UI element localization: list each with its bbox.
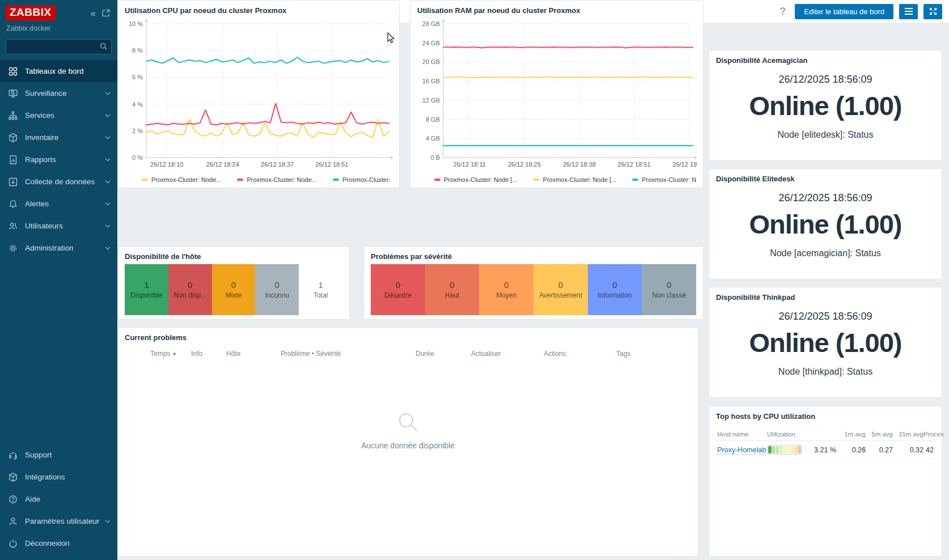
- widget-title: Utilisation RAM par noeud du cluster Pro…: [417, 6, 696, 15]
- processes-value: 42: [923, 446, 934, 454]
- widget-title: Problèmes par sévérité: [371, 252, 696, 261]
- chevron-down-icon: [105, 180, 111, 184]
- zabbix-logo[interactable]: ZABBIX: [6, 6, 56, 20]
- search-input[interactable]: [6, 39, 112, 54]
- monitoring-icon: [8, 88, 18, 99]
- svg-text:8 %: 8 %: [132, 47, 143, 54]
- svg-text:4 %: 4 %: [132, 101, 143, 108]
- status-item-name: Node [elitedesk]: Status: [716, 130, 935, 140]
- severity-cell-information: 0Information: [588, 264, 642, 315]
- user-icon: [8, 516, 18, 527]
- column-problem-severity: Problème • Sévérité: [281, 350, 416, 358]
- legend-item[interactable]: Proxmox-Cluster: Node [...: [434, 176, 518, 183]
- widget-cpu-chart: Utilisation CPU par noeud du cluster Pro…: [117, 0, 400, 188]
- status-timestamp: 26/12/2025 18:56:09: [716, 311, 935, 323]
- chevron-down-icon: [105, 92, 111, 95]
- host-link[interactable]: Proxy-Homelab: [717, 446, 766, 455]
- problems-table-header: Temps▼ Info Hôte Problème • Sévérité Dur…: [125, 350, 691, 358]
- reports-icon: [8, 155, 18, 165]
- sidebar-item-user-settings[interactable]: Paramètres utilisateur: [0, 510, 117, 532]
- svg-text:8 GB: 8 GB: [426, 116, 440, 123]
- sidebar-item-data-collection[interactable]: Collecte de données: [0, 171, 117, 193]
- utilization-bar: [767, 445, 802, 455]
- svg-text:16 GB: 16 GB: [422, 78, 440, 84]
- svg-text:24 GB: 24 GB: [422, 40, 440, 46]
- widget-title: Current problems: [125, 333, 691, 342]
- main-menu: Tableaux de bord Surveillance Services I…: [0, 60, 117, 259]
- power-icon: [8, 538, 18, 549]
- severity-cell-warning: 0Avertissement: [533, 264, 588, 315]
- column-5m-avg: 5m avg: [866, 431, 893, 438]
- widget-title: Disponibilité Acemagician: [716, 56, 935, 65]
- chevron-down-icon: [105, 114, 111, 117]
- dashboard-icon: [8, 66, 18, 77]
- column-actions: Actions: [544, 350, 616, 358]
- legend-item[interactable]: Proxmox-Cluster: Node...: [142, 176, 221, 183]
- svg-text:26/12 18:37: 26/12 18:37: [261, 161, 294, 168]
- svg-text:26/12 18:25: 26/12 18:25: [508, 161, 541, 168]
- bell-icon: [8, 199, 18, 209]
- widget-availability-elitedesk: Disponibilité Elitedesk 26/12/2025 18:56…: [709, 168, 942, 279]
- legend-item[interactable]: Proxmox-Cluster: Node...: [333, 176, 392, 183]
- fullscreen-icon: [929, 7, 938, 16]
- column-duration: Durée: [416, 350, 471, 358]
- widget-availability-acemagician: Disponibilité Acemagician 26/12/2025 18:…: [709, 50, 942, 161]
- ram-line-chart[interactable]: 28 GB24 GB20 GB16 GB12 GB8 GB4 GB0 B26/1…: [417, 18, 697, 170]
- status-value: Online (1.00): [716, 209, 935, 240]
- sidebar-item-dashboards[interactable]: Tableaux de bord: [0, 60, 117, 82]
- empty-state: Aucune donnée disponible: [125, 411, 691, 450]
- chevron-down-icon: [105, 158, 111, 162]
- cpu-line-chart[interactable]: 10 %8 %6 %4 %2 %0 %26/12 18:1026/12 18:2…: [125, 18, 393, 170]
- svg-text:0 %: 0 %: [132, 154, 143, 161]
- sidebar-item-sign-out[interactable]: Déconnexion: [0, 532, 117, 554]
- column-time[interactable]: Temps▼: [150, 350, 191, 358]
- severity-cell-disaster: 0Désastre: [371, 264, 425, 315]
- severity-cell-not-classified: 0Non classé: [642, 264, 696, 315]
- svg-text:26/12 18:24: 26/12 18:24: [206, 161, 239, 168]
- sidebar-item-users[interactable]: Utilisateurs: [0, 215, 117, 237]
- widget-current-problems: Current problems Temps▼ Info Hôte Problè…: [117, 327, 698, 557]
- sidebar-item-alerts[interactable]: Alertes: [0, 193, 117, 215]
- status-timestamp: 26/12/2025 18:56:09: [716, 74, 935, 86]
- chevron-down-icon: [105, 520, 111, 523]
- help-icon[interactable]: ?: [776, 6, 789, 18]
- column-15m-avg: 15m avg: [893, 431, 923, 438]
- sidebar-item-reports[interactable]: Rapports: [0, 149, 117, 171]
- widget-title: Utilisation CPU par noeud du cluster Pro…: [125, 6, 392, 15]
- column-host: Hôte: [226, 350, 281, 358]
- legend-item[interactable]: Proxmox-Cluster: Node [...: [533, 176, 617, 183]
- legend-item[interactable]: Proxmox-Cluster: Node...: [237, 176, 316, 183]
- svg-text:2 %: 2 %: [132, 128, 143, 134]
- sidebar-item-inventory[interactable]: Inventaire: [0, 126, 117, 149]
- search-icon[interactable]: [99, 42, 108, 51]
- legend-item[interactable]: Proxmox-Cluster: Node [...: [632, 176, 696, 183]
- hamburger-icon: [904, 7, 913, 15]
- availability-cells: 1Disponible 0Non disp... 0Mixte 0Inconnu…: [125, 264, 342, 315]
- svg-text:26/12 18:38: 26/12 18:38: [563, 161, 596, 168]
- svg-text:10 %: 10 %: [129, 20, 143, 27]
- hide-sidebar-icon[interactable]: [101, 9, 111, 18]
- sidebar-item-monitoring[interactable]: Surveillance: [0, 82, 117, 104]
- headset-icon: [8, 450, 18, 460]
- svg-text:26/12 19:05: 26/12 19:05: [672, 161, 697, 168]
- kiosk-mode-button[interactable]: [923, 4, 942, 19]
- svg-text:4 GB: 4 GB: [426, 135, 440, 142]
- sidebar-item-services[interactable]: Services: [0, 104, 117, 126]
- data-collection-icon: [8, 177, 18, 187]
- sidebar-item-support[interactable]: Support: [0, 444, 117, 466]
- zabbix-dashboard: ZABBIX « Zabbix docker Tableaux de bord: [0, 0, 949, 560]
- status-item-name: Node [acemagician]: Status: [716, 248, 935, 258]
- sidebar-item-administration[interactable]: Administration: [0, 237, 117, 259]
- sidebar: ZABBIX « Zabbix docker Tableaux de bord: [0, 0, 117, 560]
- svg-text:26/12 18:10: 26/12 18:10: [150, 161, 183, 168]
- widget-title: Top hosts by CPU utilization: [716, 412, 935, 421]
- widget-title: Disponibilité Elitedesk: [716, 175, 935, 183]
- column-tags: Tags: [616, 350, 691, 358]
- status-value: Online (1.00): [716, 90, 935, 121]
- dashboard-menu-button[interactable]: [899, 4, 918, 19]
- collapse-sidebar-icon[interactable]: «: [91, 9, 96, 18]
- sidebar-item-help[interactable]: Aide: [0, 488, 117, 510]
- edit-dashboard-button[interactable]: Editer le tableau de bord: [795, 4, 893, 19]
- svg-text:12 GB: 12 GB: [422, 97, 440, 104]
- sidebar-item-integrations[interactable]: Intégrations: [0, 466, 117, 488]
